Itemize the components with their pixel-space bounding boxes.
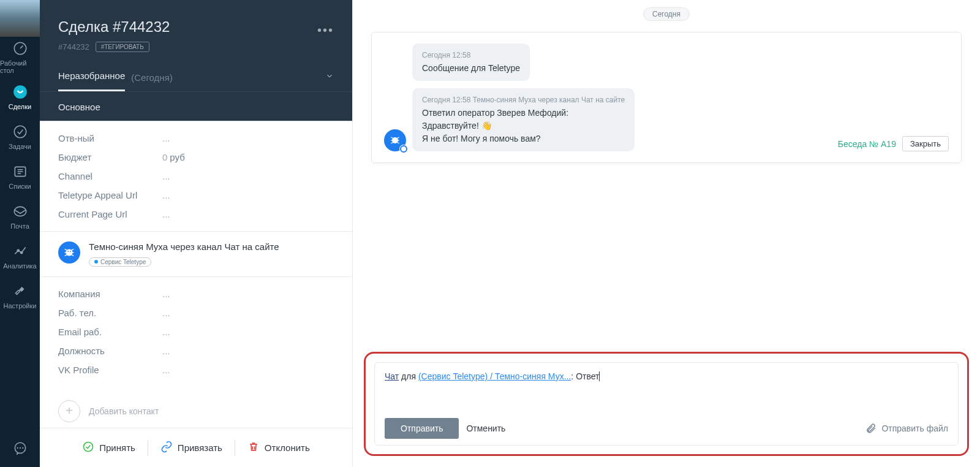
field-appeal-url[interactable]: Teletype Appeal Url ... [58, 186, 334, 205]
nav-label: Сделки [9, 103, 32, 110]
field-responsible[interactable]: Отв-ный ... [58, 129, 334, 148]
stage-label: Неразобранное [58, 63, 125, 91]
field-channel[interactable]: Channel ... [58, 167, 334, 186]
service-badge: Сервис Teletype [89, 257, 151, 267]
check-circle-icon [82, 441, 94, 453]
deal-detail-panel: Сделка #744232 #744232 #ТЕГИРОВАТЬ ••• Н… [40, 0, 352, 467]
user-avatar[interactable] [0, 0, 40, 37]
stage-meta: (Сегодня) [131, 72, 172, 83]
nav-item-analytics[interactable]: Аналитика [0, 236, 40, 276]
mail-icon [12, 203, 29, 220]
contact-card[interactable]: Темно-синяя Муха через канал Чат на сайт… [40, 231, 352, 277]
svg-point-4 [14, 207, 26, 216]
deal-id: #744232 [58, 42, 89, 51]
field-phone[interactable]: Раб. тел.... [58, 303, 334, 322]
field-email[interactable]: Email раб.... [58, 322, 334, 341]
deals-icon [12, 83, 29, 101]
date-separator: Сегодня [353, 0, 980, 26]
nav-label: Задачи [9, 143, 31, 150]
trash-icon [247, 441, 260, 453]
nav-sidebar: Рабочий стол Сделки Задачи Списки Почта … [0, 0, 40, 467]
close-conversation-button[interactable]: Закрыть [902, 136, 949, 151]
send-button[interactable]: Отправить [385, 418, 459, 439]
stage-section[interactable]: Неразобранное (Сегодня) [40, 63, 352, 92]
compose-input[interactable]: Чат для (Сервис Teletype) / Темно-синяя … [375, 363, 958, 412]
nav-item-tasks[interactable]: Задачи [0, 116, 40, 156]
link-button[interactable]: Привязать [154, 437, 228, 458]
tag-button[interactable]: #ТЕГИРОВАТЬ [96, 42, 149, 52]
analytics-icon [12, 243, 29, 260]
message-avatar [384, 129, 406, 151]
chat-content: Сегодня Сегодня 12:58 Сообщение для Tele… [352, 0, 980, 467]
svg-point-9 [67, 251, 69, 252]
nav-label: Аналитика [3, 262, 36, 270]
gauge-icon [12, 40, 29, 57]
conversation-link[interactable]: Беседа № A19 [838, 139, 896, 149]
deal-title: Сделка #744232 [58, 18, 334, 36]
nav-label: Рабочий стол [0, 59, 40, 74]
more-icon[interactable]: ••• [317, 23, 334, 37]
nav-item-lists[interactable]: Списки [0, 156, 40, 196]
contact-name: Темно-синяя Муха через канал Чат на сайт… [89, 241, 334, 252]
bug-icon [62, 246, 76, 259]
message-bubble: Сегодня 12:58 Сообщение для Teletype [412, 44, 530, 81]
deal-header: Сделка #744232 #744232 #ТЕГИРОВАТЬ ••• [40, 0, 352, 63]
field-current-page[interactable]: Current Page Url ... [58, 205, 334, 224]
add-contact-button[interactable]: + Добавить контакт [40, 387, 352, 428]
field-company[interactable]: Компания... [58, 284, 334, 303]
nav-item-chat[interactable] [0, 430, 40, 467]
svg-point-6 [20, 251, 22, 253]
nav-item-settings[interactable]: Настройки [0, 276, 40, 316]
svg-point-10 [70, 251, 71, 252]
svg-point-5 [17, 249, 19, 251]
bug-icon [389, 134, 401, 146]
nav-label: Настройки [4, 302, 37, 309]
compose-box: Чат для (Сервис Teletype) / Темно-синяя … [374, 362, 959, 446]
messages-area: Сегодня 12:58 Сообщение для Teletype Сег… [353, 26, 980, 346]
cancel-button[interactable]: Отменить [466, 423, 505, 433]
check-icon [12, 123, 29, 140]
message-bubble: Сегодня 12:58 Темно-синяя Муха через кан… [412, 88, 635, 151]
attach-file-button[interactable]: Отправить файл [865, 423, 948, 434]
nav-item-dashboard[interactable]: Рабочий стол [0, 37, 40, 77]
list-icon [12, 163, 29, 180]
link-icon [160, 441, 173, 453]
decline-button[interactable]: Отклонить [241, 437, 316, 458]
paperclip-icon [865, 423, 876, 434]
message-card: Сегодня 12:58 Сообщение для Teletype Сег… [371, 32, 962, 163]
field-vk[interactable]: VK Profile... [58, 360, 334, 379]
svg-point-2 [14, 126, 26, 138]
main-tab[interactable]: Основное [40, 92, 352, 121]
chevron-down-icon[interactable] [325, 72, 334, 82]
svg-point-11 [84, 442, 93, 452]
accept-button[interactable]: Принять [76, 437, 141, 458]
compose-highlight: Чат для (Сервис Teletype) / Темно-синяя … [364, 352, 969, 456]
nav-item-deals[interactable]: Сделки [0, 77, 40, 116]
wrench-icon [12, 283, 29, 300]
nav-label: Почта [10, 222, 29, 230]
chat-bubble-icon [12, 441, 28, 457]
field-position[interactable]: Должность... [58, 341, 334, 360]
plus-icon: + [58, 400, 80, 422]
detail-footer: Принять Привязать Отклонить [40, 428, 352, 467]
nav-label: Списки [9, 183, 31, 190]
nav-item-mail[interactable]: Почта [0, 196, 40, 236]
field-budget[interactable]: Бюджет 0руб [58, 148, 334, 167]
contact-avatar [58, 241, 80, 264]
